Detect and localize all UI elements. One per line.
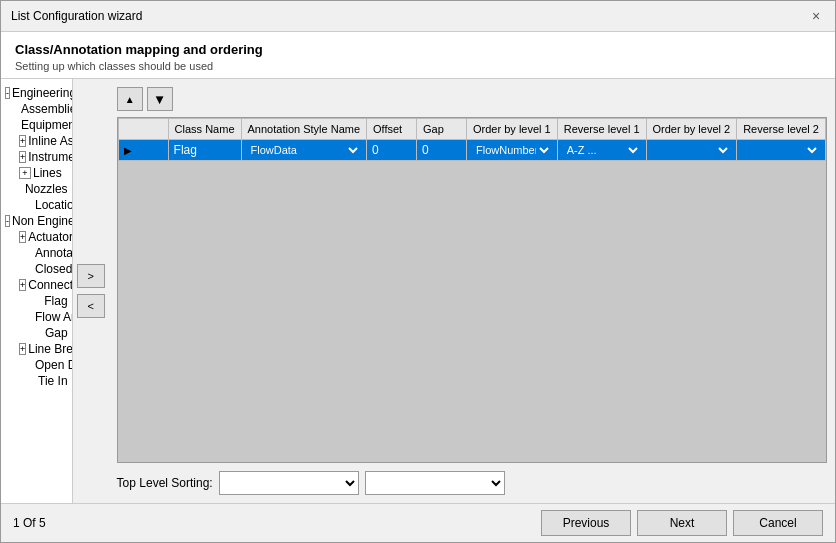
expand-icon: + — [19, 279, 26, 291]
sort-label: Top Level Sorting: — [117, 476, 213, 490]
tree-item-closed-drain-no-pid[interactable]: Closed Drain No PID — [1, 261, 72, 277]
table-row[interactable]: ▶ Flag FlowData 0 0 — [118, 140, 825, 161]
tree-label: Annotation — [35, 246, 73, 260]
tree-label: Actuators — [28, 230, 72, 244]
expand-icon: + — [19, 231, 26, 243]
tree-item-equipment[interactable]: Equipment — [1, 117, 72, 133]
grid-container: Class Name Annotation Style Name Offset … — [117, 117, 827, 463]
down-arrow-icon: ▼ — [153, 92, 166, 107]
tree-label: Flow Arrow — [35, 310, 73, 324]
row-order-by-2[interactable] — [646, 140, 737, 161]
tree-item-engineering-items[interactable]: - Engineering Items — [1, 85, 72, 101]
row-reverse-1[interactable]: A-Z ... — [557, 140, 646, 161]
row-class-name: Flag — [168, 140, 241, 161]
reverse-2-select[interactable] — [742, 143, 820, 157]
move-down-button[interactable]: ▼ — [147, 87, 173, 111]
tree-item-actuators[interactable]: + Actuators — [1, 229, 72, 245]
bottom-row: Top Level Sorting: — [117, 471, 827, 495]
tree-item-nozzles[interactable]: Nozzles — [1, 181, 72, 197]
row-order-by-1[interactable]: FlowNumber — [467, 140, 558, 161]
col-offset: Offset — [367, 119, 417, 140]
grid-header: Class Name Annotation Style Name Offset … — [118, 119, 825, 140]
leaf-icon — [33, 374, 36, 388]
leaf-icon — [33, 326, 43, 340]
previous-button[interactable]: Previous — [541, 510, 631, 536]
col-arrow — [118, 119, 168, 140]
tree-label: Assemblies — [21, 102, 73, 116]
expand-icon: + — [19, 343, 26, 355]
row-arrow: ▶ — [118, 140, 168, 161]
status-text: 1 Of 5 — [13, 516, 46, 530]
header-subtitle: Setting up which classes should be used — [15, 60, 821, 72]
tree-label: Flag — [44, 294, 67, 308]
dialog-title: List Configuration wizard — [11, 9, 142, 23]
col-reverse-level-2: Reverse level 2 — [737, 119, 826, 140]
tree-item-non-engineering-items[interactable]: - Non Engineering Items — [1, 213, 72, 229]
col-order-by-level-1: Order by level 1 — [467, 119, 558, 140]
tree-label: Nozzles — [25, 182, 68, 196]
row-annotation-style[interactable]: FlowData — [241, 140, 367, 161]
tree-label: Connectors — [28, 278, 72, 292]
row-gap: 0 — [417, 140, 467, 161]
tree-label: Lines — [33, 166, 62, 180]
tree-label: Location — [35, 198, 73, 212]
col-class-name: Class Name — [168, 119, 241, 140]
move-up-button[interactable]: ▲ — [117, 87, 143, 111]
tree-item-location[interactable]: Location — [1, 197, 72, 213]
next-button[interactable]: Next — [637, 510, 727, 536]
tree-item-assemblies[interactable]: Assemblies — [1, 101, 72, 117]
tree-item-open-drain-no-pid[interactable]: Open Drain No PID — [1, 357, 72, 373]
tree-item-gap[interactable]: Gap — [1, 325, 72, 341]
leaf-icon — [19, 182, 23, 196]
tree-label: Closed Drain No PID — [35, 262, 73, 276]
row-reverse-2[interactable] — [737, 140, 826, 161]
tree-panel: - Engineering Items Assemblies Equipment… — [1, 79, 73, 503]
tree-label: Instrumentation — [28, 150, 72, 164]
col-reverse-level-1: Reverse level 1 — [557, 119, 646, 140]
up-arrow-icon: ▲ — [125, 94, 135, 105]
grid-body: ▶ Flag FlowData 0 0 — [118, 140, 825, 161]
tree-item-tie-in[interactable]: Tie In — [1, 373, 72, 389]
leaf-icon — [33, 294, 42, 308]
reverse-1-select[interactable]: A-Z ... — [563, 143, 641, 157]
annotation-style-select[interactable]: FlowData — [247, 143, 362, 157]
col-order-by-level-2: Order by level 2 — [646, 119, 737, 140]
header-title: Class/Annotation mapping and ordering — [15, 42, 821, 57]
col-gap: Gap — [417, 119, 467, 140]
right-panel: ▲ ▼ Class Name Annotation Style Name Off… — [109, 79, 835, 503]
tree-item-connectors[interactable]: + Connectors — [1, 277, 72, 293]
tree-label: Gap — [45, 326, 68, 340]
content-area: - Engineering Items Assemblies Equipment… — [1, 79, 835, 503]
top-level-sort-select-2[interactable] — [365, 471, 505, 495]
expand-icon: + — [19, 135, 26, 147]
order-by-1-select[interactable]: FlowNumber — [472, 143, 552, 157]
tree-item-annotation[interactable]: Annotation — [1, 245, 72, 261]
order-by-2-select[interactable] — [652, 143, 732, 157]
tree-label: Non Engineering Items — [12, 214, 73, 228]
header-section: Class/Annotation mapping and ordering Se… — [1, 32, 835, 79]
expand-icon: + — [19, 167, 31, 179]
tree-item-lines[interactable]: + Lines — [1, 165, 72, 181]
dialog: List Configuration wizard × Class/Annota… — [0, 0, 836, 543]
col-annotation-style: Annotation Style Name — [241, 119, 367, 140]
tree-label: Engineering Items — [12, 86, 73, 100]
cancel-button[interactable]: Cancel — [733, 510, 823, 536]
class-grid: Class Name Annotation Style Name Offset … — [118, 118, 826, 161]
tree-label: Open Drain No PID — [35, 358, 73, 372]
tree-item-flow-arrow[interactable]: Flow Arrow — [1, 309, 72, 325]
middle-buttons-panel: > < — [73, 79, 109, 503]
remove-button[interactable]: < — [77, 294, 105, 318]
tree-label: Line Breakers — [28, 342, 72, 356]
close-button[interactable]: × — [807, 7, 825, 25]
tree-item-inline-assets[interactable]: + Inline Assets — [1, 133, 72, 149]
expand-icon: - — [5, 215, 10, 227]
add-button[interactable]: > — [77, 264, 105, 288]
tree-item-instrumentation[interactable]: + Instrumentation — [1, 149, 72, 165]
toolbar: ▲ ▼ — [117, 87, 827, 111]
tree-item-flag[interactable]: Flag — [1, 293, 72, 309]
title-bar: List Configuration wizard × — [1, 1, 835, 32]
row-offset: 0 — [367, 140, 417, 161]
tree-label: Tie In — [38, 374, 68, 388]
tree-item-line-breakers[interactable]: + Line Breakers — [1, 341, 72, 357]
top-level-sort-select-1[interactable] — [219, 471, 359, 495]
